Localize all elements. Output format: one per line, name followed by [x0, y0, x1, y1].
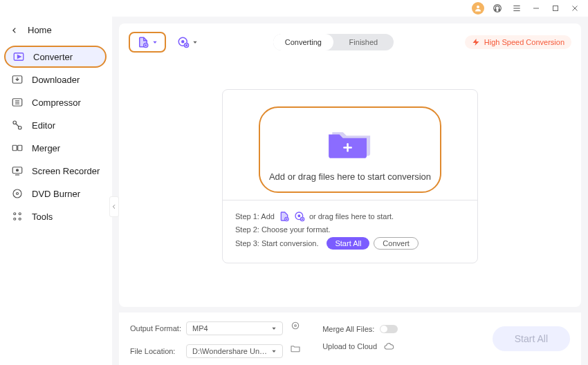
sidebar-collapse[interactable]: [109, 196, 119, 217]
svg-line-15: [16, 124, 19, 127]
output-format-value: MP4: [192, 324, 208, 333]
svg-marker-33: [472, 39, 479, 46]
svg-point-38: [298, 215, 300, 217]
home-link[interactable]: Home: [6, 19, 107, 45]
screen-recorder-icon: [11, 165, 24, 177]
svg-point-42: [295, 325, 297, 327]
svg-marker-28: [153, 41, 156, 44]
file-plus-icon[interactable]: [279, 211, 290, 222]
disc-plus-icon: [177, 36, 190, 48]
step1-prefix: Step 1: Add: [235, 212, 275, 221]
merge-all-toggle[interactable]: [380, 325, 398, 333]
svg-point-19: [17, 169, 19, 171]
chevron-down-icon: [192, 39, 198, 45]
chevron-down-icon: [271, 326, 277, 331]
svg-rect-17: [18, 145, 22, 151]
sidebar: Home Converter Downloader Compressor Edi…: [0, 17, 112, 365]
disc-plus-icon[interactable]: [294, 211, 305, 222]
dvd-burner-icon: [11, 187, 24, 200]
status-segmented: Converting Finished: [273, 34, 394, 50]
hsc-label: High Speed Conversion: [484, 38, 564, 46]
sidebar-item-downloader[interactable]: Downloader: [6, 68, 107, 91]
sidebar-item-dvd-burner[interactable]: DVD Burner: [6, 182, 107, 205]
step1-suffix: or drag files here to start.: [309, 212, 394, 221]
svg-point-41: [292, 322, 298, 328]
drop-card: Add or drag files here to start conversi…: [222, 89, 478, 263]
sidebar-item-label: Downloader: [32, 75, 80, 85]
open-folder-icon[interactable]: [289, 342, 302, 355]
step3: Step 3: Start conversion.: [235, 239, 318, 247]
svg-marker-10: [18, 55, 21, 59]
sidebar-item-merger[interactable]: Merger: [6, 137, 107, 159]
merge-all-label: Merge All Files:: [322, 325, 374, 333]
start-all-pill[interactable]: Start All: [327, 237, 369, 250]
sidebar-item-screen-recorder[interactable]: Screen Recorder: [6, 160, 107, 182]
svg-rect-6: [553, 6, 558, 11]
chevron-down-icon: [271, 348, 277, 354]
output-format-select[interactable]: MP4: [186, 321, 283, 335]
converter-icon: [12, 50, 25, 63]
high-speed-conversion-toggle[interactable]: High Speed Conversion: [465, 35, 571, 49]
sidebar-item-tools[interactable]: Tools: [6, 205, 107, 227]
file-plus-icon: [137, 36, 149, 48]
compressor-icon: [11, 96, 24, 109]
upload-cloud-label: Upload to Cloud: [322, 342, 377, 350]
minimize-icon[interactable]: [530, 2, 542, 15]
sidebar-item-label: Tools: [32, 212, 53, 222]
svg-marker-43: [272, 350, 275, 353]
chevron-left-icon: [11, 27, 18, 34]
sidebar-item-label: DVD Burner: [32, 189, 80, 199]
sidebar-item-label: Compressor: [32, 97, 81, 108]
sidebar-item-editor[interactable]: Editor: [6, 114, 107, 136]
support-icon[interactable]: [491, 2, 504, 15]
file-location-value: D:\Wondershare UniConverter 1: [192, 347, 268, 355]
close-icon[interactable]: [569, 2, 581, 15]
svg-point-24: [19, 213, 21, 215]
menu-icon[interactable]: [511, 2, 523, 15]
home-label: Home: [28, 25, 52, 35]
user-avatar[interactable]: [472, 2, 484, 15]
cloud-icon[interactable]: [383, 340, 395, 353]
chevron-down-icon: [152, 39, 158, 45]
add-file-button[interactable]: [129, 32, 166, 53]
main-area: Converting Finished High Speed Conversio…: [112, 17, 588, 365]
sidebar-item-converter[interactable]: Converter: [4, 46, 107, 68]
svg-point-0: [477, 6, 479, 8]
editor-icon: [11, 119, 24, 131]
svg-point-25: [14, 218, 16, 220]
start-all-button[interactable]: Start All: [493, 326, 570, 351]
svg-marker-40: [272, 328, 275, 330]
chevron-left-icon: [111, 204, 117, 209]
svg-point-22: [17, 193, 19, 195]
footer: Output Format: MP4 File Location: D:\Won…: [119, 312, 581, 365]
drop-zone[interactable]: Add or drag files here to start conversi…: [259, 106, 441, 193]
sidebar-item-label: Merger: [32, 143, 60, 153]
sidebar-item-label: Editor: [32, 120, 55, 131]
tab-finished[interactable]: Finished: [333, 34, 394, 50]
downloader-icon: [11, 73, 24, 86]
svg-point-23: [14, 213, 16, 215]
lightning-icon: [472, 38, 480, 46]
sidebar-item-compressor[interactable]: Compressor: [6, 91, 107, 113]
svg-point-21: [13, 189, 21, 198]
add-folder-button[interactable]: [173, 33, 202, 51]
svg-marker-32: [193, 41, 196, 44]
tools-icon: [11, 210, 24, 223]
format-settings-icon[interactable]: [289, 319, 302, 332]
sidebar-item-label: Converter: [33, 52, 73, 62]
sidebar-item-label: Screen Recorder: [32, 166, 100, 176]
file-location-select[interactable]: D:\Wondershare UniConverter 1: [186, 344, 283, 358]
output-format-label: Output Format:: [130, 324, 184, 333]
folder-plus-icon: [319, 120, 381, 165]
drop-message: Add or drag files here to start conversi…: [269, 171, 431, 182]
svg-point-26: [19, 218, 21, 220]
file-location-label: File Location:: [130, 347, 184, 355]
svg-point-30: [182, 41, 184, 43]
step2: Step 2: Choose your format.: [235, 225, 331, 234]
tab-converting[interactable]: Converting: [273, 34, 333, 50]
svg-rect-16: [12, 145, 17, 151]
merger-icon: [11, 142, 24, 154]
maximize-icon[interactable]: [549, 2, 562, 15]
convert-pill[interactable]: Convert: [374, 237, 419, 250]
